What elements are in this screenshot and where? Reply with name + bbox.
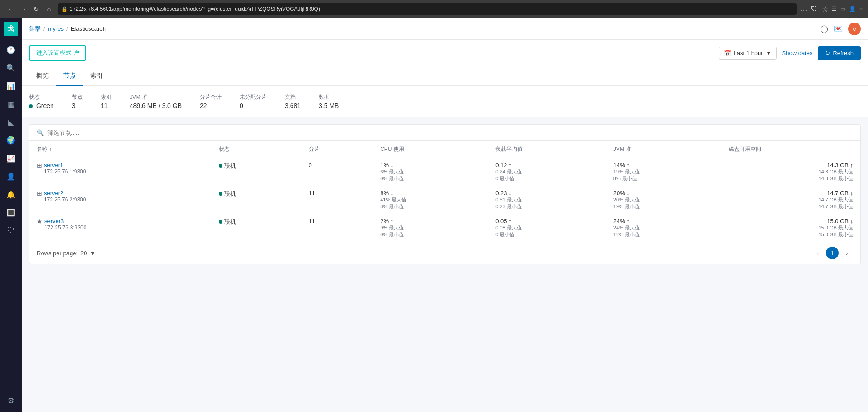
- table-body: ⊞ server1 172.25.76.1:9300 联机0 1% ↓ 6% 最…: [29, 158, 860, 242]
- refresh-button[interactable]: ↻ Refresh: [818, 46, 861, 60]
- jvm-max: 20% 最大值: [613, 197, 714, 203]
- load-main: 0.23 ↓: [495, 190, 599, 197]
- sidebar-item-settings[interactable]: ⚙: [3, 392, 19, 408]
- cpu-metric: 1% ↓ 6% 最大值 0% 最小值: [380, 162, 481, 182]
- mail-icon[interactable]: 💌: [834, 24, 843, 33]
- sidebar-item-siem[interactable]: 🛡: [3, 222, 19, 239]
- load-min: 0 最小值: [495, 231, 599, 238]
- sidebar-item-monitoring[interactable]: 📈: [3, 150, 19, 166]
- back-button[interactable]: ←: [5, 4, 16, 14]
- load-min: 0 最小值: [495, 175, 599, 182]
- tab-indices[interactable]: 索引: [83, 66, 110, 86]
- filter-wrap: 🔍: [37, 129, 853, 136]
- disk-min: 14.3 GB 最小值: [729, 175, 853, 182]
- load-metric: 0.05 ↑ 0.08 最大值 0 最小值: [495, 218, 599, 238]
- col-cpu: CPU 使用: [373, 141, 488, 158]
- node-info: server1 172.25.76.1:9300: [44, 162, 86, 175]
- node-name-link[interactable]: server2: [44, 190, 86, 197]
- app-shell: 戈 🕐 🔍 📊 ▦ ◣ 🌍 📈 👤 🔔 🔳 🛡 ⚙ 集群 / my-es / E…: [0, 18, 868, 412]
- stat-jvm-heap: JVM 堆 489.6 MB / 3.0 GB: [130, 94, 182, 109]
- menu-icon[interactable]: ≡: [859, 6, 863, 12]
- home-button[interactable]: ⌂: [43, 4, 54, 14]
- tab-overview[interactable]: 概览: [29, 66, 56, 86]
- sidebar: 戈 🕐 🔍 📊 ▦ ◣ 🌍 📈 👤 🔔 🔳 🛡 ⚙: [0, 18, 22, 412]
- stat-status-label: 状态: [29, 94, 54, 101]
- shards-value: 0: [309, 162, 312, 169]
- star-bookmark-icon[interactable]: ☆: [822, 5, 828, 14]
- col-jvm: JVM 堆: [606, 141, 722, 158]
- sidebar-item-apm[interactable]: 🔳: [3, 204, 19, 220]
- status-cell: 联机: [219, 218, 236, 225]
- cpu-metric: 8% ↓ 41% 最大值 8% 最小值: [380, 190, 481, 210]
- avatar-icon[interactable]: e: [848, 23, 861, 35]
- sidebar-item-maps[interactable]: 🌍: [3, 132, 19, 148]
- nodes-table-container: 🔍 名称 ↑ 状态 分片 CPU 使用 负: [29, 124, 861, 264]
- next-page-button[interactable]: ›: [840, 247, 853, 259]
- load-main: 0.12 ↑: [495, 162, 599, 169]
- status-cell: 联机: [219, 162, 236, 169]
- stat-nodes-label: 节点: [72, 94, 83, 101]
- more-icon[interactable]: …: [800, 5, 807, 13]
- profile-icon[interactable]: 👤: [849, 6, 856, 12]
- table-row: ⊞ server2 172.25.76.2:9300 联机11 8% ↓ 41%…: [29, 186, 860, 214]
- node-name-link[interactable]: server3: [44, 218, 86, 225]
- setup-mode-button[interactable]: 进入设置模式 户: [29, 45, 86, 61]
- cpu-min: 8% 最小值: [380, 203, 481, 210]
- toolbar: 进入设置模式 户 📅 Last 1 hour ▼ Show dates ↻ Re…: [22, 40, 868, 66]
- browser-actions: … 🛡 ☆ ☰ ▭ 👤 ≡: [800, 5, 863, 14]
- node-name-link[interactable]: server1: [44, 162, 86, 169]
- app-logo[interactable]: 戈: [4, 22, 18, 36]
- node-filter-input[interactable]: [47, 129, 853, 136]
- forward-button[interactable]: →: [18, 4, 29, 14]
- disk-main: 14.7 GB ↓: [729, 190, 853, 197]
- sidebar-item-discover[interactable]: 🔍: [3, 60, 19, 76]
- address-bar[interactable]: 🔒 172.25.76.4:5601/app/monitoring#/elast…: [58, 3, 797, 15]
- show-dates-button[interactable]: Show dates: [782, 50, 813, 56]
- pagination: Rows per page: 20 ▼ ‹ 1 ›: [29, 242, 860, 264]
- disk-metric: 14.7 GB ↓ 14.7 GB 最大值 14.7 GB 最小值: [729, 190, 853, 210]
- sidebar-item-users[interactable]: 👤: [3, 168, 19, 184]
- reload-button[interactable]: ↻: [31, 4, 42, 14]
- page-content: 进入设置模式 户 📅 Last 1 hour ▼ Show dates ↻ Re…: [22, 40, 868, 412]
- prev-page-button[interactable]: ‹: [811, 247, 824, 259]
- sidebar-item-canvas[interactable]: ◣: [3, 114, 19, 130]
- browser-chrome: ← → ↻ ⌂ 🔒 172.25.76.4:5601/app/monitorin…: [0, 0, 868, 18]
- sidebar-item-visualize[interactable]: 📊: [3, 78, 19, 94]
- sidebar-item-recent[interactable]: 🕐: [3, 42, 19, 58]
- jvm-metric: 20% ↓ 20% 最大值 19% 最小值: [613, 190, 714, 210]
- stat-nodes: 节点 3: [72, 94, 83, 109]
- stat-indices-label: 索引: [101, 94, 112, 101]
- sidebar-item-alerts[interactable]: 🔔: [3, 186, 19, 202]
- breadcrumb-my-es[interactable]: my-es: [48, 25, 64, 32]
- browser-nav-buttons: ← → ↻ ⌂: [5, 4, 54, 14]
- node-cell: ⊞ server1 172.25.76.1:9300: [37, 162, 204, 175]
- stat-status-value: Green: [29, 102, 54, 109]
- breadcrumb-cluster[interactable]: 集群: [29, 25, 41, 33]
- extensions-icon[interactable]: ☰: [832, 6, 837, 12]
- top-nav-right: ◯ 💌 e: [820, 23, 861, 35]
- breadcrumb-sep-1: /: [43, 25, 45, 32]
- shield-icon[interactable]: 🛡: [811, 5, 818, 13]
- status-online-dot: [219, 164, 222, 168]
- load-main: 0.05 ↑: [495, 218, 599, 225]
- help-icon[interactable]: ◯: [820, 24, 828, 33]
- stat-shards-value: 22: [200, 102, 222, 109]
- disk-max: 14.7 GB 最大值: [729, 197, 853, 203]
- stat-unassigned-shards: 未分配分片 0: [240, 94, 267, 109]
- table-row: ⊞ server1 172.25.76.1:9300 联机0 1% ↓ 6% 最…: [29, 158, 860, 186]
- jvm-main: 20% ↓: [613, 190, 714, 197]
- col-shards: 分片: [302, 141, 373, 158]
- toolbar-right: 📅 Last 1 hour ▼ Show dates ↻ Refresh: [719, 46, 861, 60]
- stat-documents: 文档 3,681: [285, 94, 301, 109]
- rows-per-page[interactable]: Rows per page: 20 ▼: [37, 250, 95, 257]
- page-1-button[interactable]: 1: [826, 247, 839, 259]
- tab-nodes[interactable]: 节点: [56, 66, 83, 86]
- col-name[interactable]: 名称 ↑: [29, 141, 212, 158]
- split-icon[interactable]: ▭: [840, 6, 845, 12]
- sidebar-item-dashboard[interactable]: ▦: [3, 96, 19, 112]
- main-content: 集群 / my-es / Elasticsearch ◯ 💌 e 进入设置模式 …: [22, 18, 868, 412]
- cpu-main: 8% ↓: [380, 190, 481, 197]
- time-picker[interactable]: 📅 Last 1 hour ▼: [719, 47, 777, 60]
- col-load: 负载平均值: [488, 141, 606, 158]
- table-row: ★ server3 172.25.76.3:9300 联机11 2% ↑ 9% …: [29, 214, 860, 242]
